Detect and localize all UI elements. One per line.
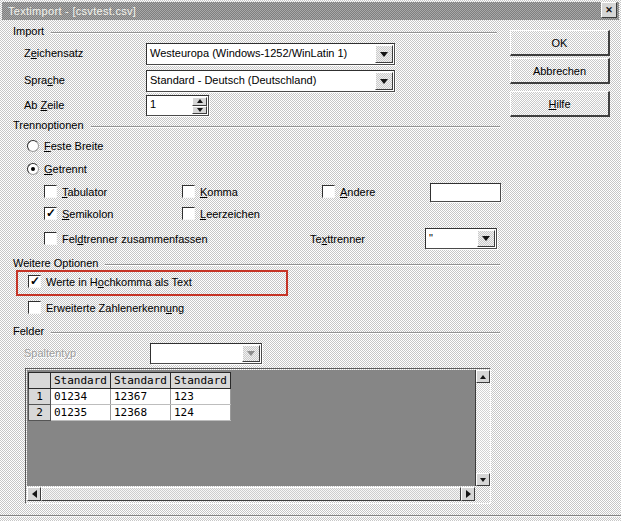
table-row: 1 01234 12367 123	[29, 389, 231, 405]
delimited-radio[interactable]	[27, 163, 39, 175]
fixed-width-radio[interactable]	[27, 140, 39, 152]
from-row-label: Ab Zeile	[24, 99, 64, 112]
from-row-value: 1	[147, 96, 191, 115]
group-divider	[105, 264, 500, 266]
tab-checkbox[interactable]	[44, 185, 57, 198]
column-type-label: Spaltentyp	[24, 347, 76, 360]
arrow-down-icon	[480, 478, 486, 482]
semicolon-label[interactable]: Semikolon	[62, 208, 113, 221]
merge-delimiters-label[interactable]: Feldtrenner zusammenfassen	[62, 233, 208, 246]
space-label[interactable]: Leerzeichen	[200, 208, 260, 221]
other-options-group-header: Weitere Optionen	[13, 257, 500, 270]
cancel-button-label: Abbrechen	[533, 65, 586, 77]
charset-value: Westeuropa (Windows-1252/WinLatin 1)	[147, 44, 374, 64]
text-delimiter-label: Texttrenner	[310, 233, 365, 246]
table-cell[interactable]: 12367	[110, 389, 170, 405]
row-number[interactable]: 2	[29, 405, 51, 421]
ok-button[interactable]: OK	[510, 30, 610, 56]
titlebar[interactable]: Textimport - [csvtest.csv]	[2, 2, 619, 20]
scroll-up-button[interactable]	[476, 370, 490, 383]
text-delimiter-dropdown-button[interactable]	[477, 230, 495, 247]
column-header[interactable]: Standard	[170, 373, 230, 389]
window-bottom-border-highlight	[0, 516, 621, 517]
column-type-dropdown-button	[242, 345, 260, 362]
corner-cell[interactable]	[29, 373, 51, 389]
group-divider	[91, 126, 500, 128]
textimport-dialog: Textimport - [csvtest.csv] ✕ OK Abbreche…	[0, 0, 621, 521]
chevron-down-icon	[380, 52, 388, 57]
space-checkbox[interactable]	[182, 207, 195, 220]
chevron-down-icon	[482, 236, 490, 241]
chevron-down-icon	[247, 351, 255, 356]
group-divider	[51, 332, 500, 334]
fields-group-title: Felder	[13, 325, 44, 338]
column-type-select	[150, 343, 262, 364]
stepper-up-button[interactable]	[192, 97, 207, 106]
arrow-right-icon	[466, 490, 471, 498]
table-cell[interactable]: 124	[170, 405, 230, 421]
arrow-up-icon	[197, 99, 203, 103]
language-value: Standard - Deutsch (Deutschland)	[147, 71, 374, 91]
preview-table: Standard Standard Standard 1 01234 12367…	[28, 372, 231, 421]
help-button[interactable]: Hilfe	[510, 91, 610, 117]
table-cell[interactable]: 01235	[51, 405, 111, 421]
help-button-label: Hilfe	[548, 98, 570, 110]
arrow-up-icon	[480, 375, 486, 379]
close-icon: ✕	[605, 5, 613, 15]
other-checkbox[interactable]	[322, 185, 335, 198]
window-title: Textimport - [csvtest.csv]	[2, 5, 136, 17]
scroll-left-button[interactable]	[27, 487, 41, 501]
column-header[interactable]: Standard	[110, 373, 170, 389]
separator-group-title: Trennoptionen	[13, 119, 84, 132]
table-cell[interactable]: 12368	[110, 405, 170, 421]
row-number[interactable]: 1	[29, 389, 51, 405]
import-group-header: Import	[13, 25, 497, 38]
delimited-label[interactable]: Getrennt	[44, 163, 87, 176]
fields-group-header: Felder	[13, 325, 500, 338]
comma-label[interactable]: Komma	[200, 186, 238, 199]
charset-label: Zeichensatz	[24, 47, 83, 60]
language-select[interactable]: Standard - Deutsch (Deutschland)	[146, 70, 395, 92]
scroll-right-button[interactable]	[461, 487, 475, 501]
separator-group-header: Trennoptionen	[13, 119, 500, 132]
other-separator-input[interactable]	[430, 183, 501, 202]
text-delimiter-select[interactable]: "	[425, 228, 497, 249]
import-group-title: Import	[13, 25, 44, 38]
table-cell[interactable]: 01234	[51, 389, 111, 405]
table-row: 2 01235 12368 124	[29, 405, 231, 421]
preview-grid-area: Standard Standard Standard 1 01234 12367…	[27, 370, 476, 486]
charset-dropdown-button[interactable]	[375, 45, 393, 63]
arrow-down-icon	[197, 108, 203, 112]
stepper-down-button[interactable]	[192, 106, 207, 115]
language-dropdown-button[interactable]	[375, 72, 393, 90]
quoted-as-text-checkbox[interactable]	[28, 275, 41, 288]
preview-table-container: Standard Standard Standard 1 01234 12367…	[25, 368, 491, 504]
cancel-button[interactable]: Abbrechen	[510, 58, 610, 84]
horizontal-scrollbar[interactable]	[27, 487, 475, 501]
table-cell[interactable]: 123	[170, 389, 230, 405]
horizontal-scrollbar-thumb[interactable]	[41, 487, 461, 501]
tab-label[interactable]: Tabulator	[62, 186, 107, 199]
charset-select[interactable]: Westeuropa (Windows-1252/WinLatin 1)	[146, 43, 395, 65]
ok-button-label: OK	[552, 37, 568, 49]
column-header[interactable]: Standard	[51, 373, 111, 389]
stepper-buttons	[192, 97, 207, 114]
from-row-stepper[interactable]: 1	[146, 95, 209, 116]
group-divider	[51, 32, 497, 34]
other-options-group-title: Weitere Optionen	[13, 257, 98, 270]
quoted-as-text-label[interactable]: Werte in Hochkomma als Text	[46, 276, 192, 289]
detect-numbers-checkbox[interactable]	[28, 301, 41, 314]
fixed-width-label[interactable]: Feste Breite	[44, 140, 103, 153]
text-delimiter-value: "	[426, 229, 476, 248]
detect-numbers-label[interactable]: Erweiterte Zahlenerkennung	[46, 302, 184, 315]
vertical-scrollbar[interactable]	[476, 370, 490, 486]
close-button[interactable]: ✕	[601, 2, 617, 18]
comma-checkbox[interactable]	[182, 185, 195, 198]
arrow-left-icon	[32, 490, 37, 498]
table-header-row: Standard Standard Standard	[29, 373, 231, 389]
merge-delimiters-checkbox[interactable]	[44, 232, 57, 245]
other-label[interactable]: Andere	[340, 186, 375, 199]
scroll-down-button[interactable]	[476, 473, 490, 486]
chevron-down-icon	[380, 79, 388, 84]
semicolon-checkbox[interactable]	[44, 207, 57, 220]
